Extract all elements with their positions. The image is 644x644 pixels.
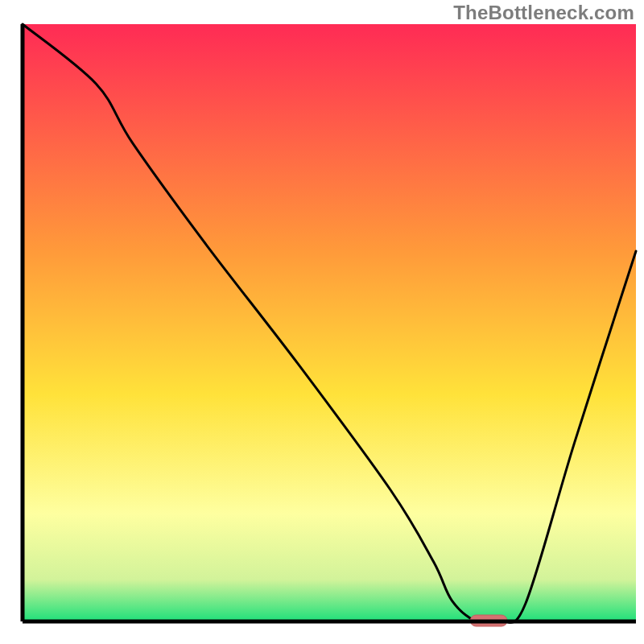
- watermark-label: TheBottleneck.com: [453, 2, 634, 24]
- bottleneck-chart: [0, 0, 644, 644]
